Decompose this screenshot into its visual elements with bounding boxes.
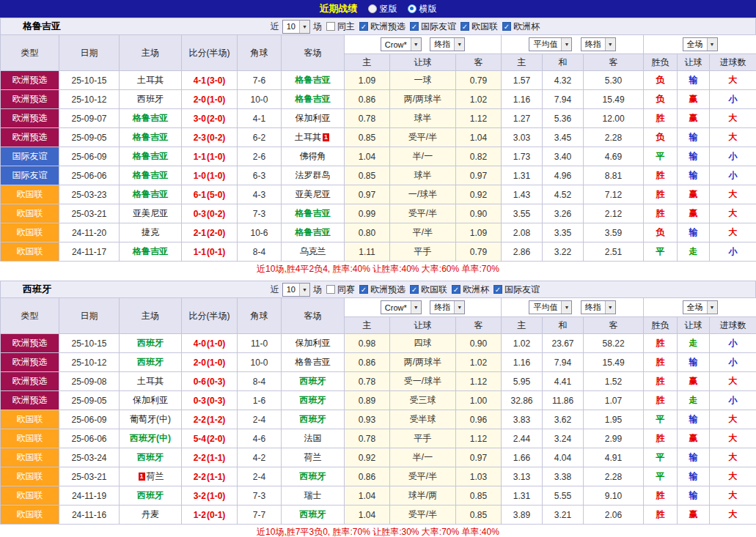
eu-home-odds: 3.55 [502, 204, 543, 223]
score-cell: 4-0(1-0) [182, 334, 238, 353]
col-header-eu-away: 客 [584, 54, 644, 71]
competition-filter[interactable]: ✓欧洲杯 [452, 284, 489, 296]
eu-draw-odds: 3.21 [543, 505, 584, 525]
ah-home-odds: 0.85 [345, 128, 390, 147]
match-type-cell: 欧国联 [1, 223, 59, 242]
date-cell: 25-09-05 [59, 128, 120, 147]
team-name-text: 格鲁吉亚 [296, 357, 331, 367]
home-team-cell: 土耳其 [120, 372, 182, 391]
team-name-text: 保加利亚 [296, 338, 331, 348]
goals-result-cell: 小 [710, 90, 756, 109]
ah-line: 一球 [390, 71, 456, 90]
ah-result-cell: 输 [678, 486, 710, 505]
result-cell: 胜 [644, 185, 678, 204]
team-name: 格鲁吉亚 [23, 20, 61, 33]
goals-result-cell: 小 [710, 334, 756, 353]
ah-home-odds: 0.92 [345, 448, 390, 467]
recent-count-select[interactable]: 10 ▼ [282, 283, 310, 297]
ah-away-odds: 1.09 [456, 223, 502, 242]
team-name-text: 丹麦 [142, 509, 159, 519]
score-cell: 0-3(0-2) [182, 204, 238, 223]
competition-filter[interactable]: ✓欧洲预选 [359, 284, 405, 296]
competition-filter[interactable]: ✓国际友谊 [493, 284, 540, 296]
eu-away-odds: 58.22 [584, 334, 644, 353]
score-halftime: (0-1) [207, 510, 225, 520]
recent-count-select[interactable]: 10 ▼ [282, 20, 310, 34]
odds-company-select[interactable]: Crow* ▼ [381, 37, 422, 51]
competition-filter[interactable]: ✓欧洲预选 [359, 21, 405, 33]
eu-draw-odds: 4.04 [543, 448, 584, 467]
result-cell: 胜 [644, 204, 678, 223]
odds-company-select[interactable]: Crow* ▼ [381, 300, 422, 314]
eu-home-odds: 1.31 [502, 166, 543, 185]
team-name-text: 西班牙 [137, 357, 164, 367]
same-competition-filter[interactable]: 同赛 [326, 284, 355, 296]
odds-stage-select[interactable]: 终指 ▼ [430, 37, 465, 51]
goals-result-cell: 大 [710, 372, 756, 391]
score-cell: 0-3(0-3) [182, 391, 238, 410]
competition-filter[interactable]: ✓欧国联 [410, 284, 447, 296]
away-team-cell: 法罗群岛 [282, 166, 345, 185]
ah-result-cell: 输 [678, 166, 710, 185]
layout-option-horizontal[interactable]: 横版 [408, 3, 437, 15]
score-cell: 2-0(1-0) [182, 353, 238, 372]
competition-filter[interactable]: ✓国际友谊 [410, 21, 456, 33]
odds-stage-select[interactable]: 终指 ▼ [430, 300, 465, 314]
score-halftime: (1-0) [207, 152, 225, 162]
ah-line: 受平/半 [390, 204, 456, 223]
eu-company-select[interactable]: 平均值 ▼ [529, 300, 572, 314]
summary-line: 近10场,胜4平2负4, 胜率:40% 让胜率:40% 大率:60% 单率:70… [0, 262, 756, 277]
date-cell: 25-09-07 [59, 109, 120, 128]
eu-stage-select[interactable]: 终指 ▼ [581, 300, 616, 314]
result-cell: 负 [644, 223, 678, 242]
date-cell: 25-03-21 [59, 204, 120, 223]
ah-result-cell: 赢 [678, 429, 710, 448]
ah-line: 受平/半 [390, 128, 456, 147]
eu-company-select[interactable]: 平均值 ▼ [529, 37, 572, 51]
match-row: 欧洲预选25-10-15西班牙4-0(1-0)11-0保加利亚0.98四球0.9… [1, 334, 756, 353]
corner-cell: 10-0 [238, 353, 282, 372]
away-team-cell: 佛得角 [282, 147, 345, 166]
ah-away-odds: 0.85 [456, 486, 502, 505]
scope-select[interactable]: 全场 ▼ [683, 300, 718, 314]
ah-line: 球半 [390, 109, 456, 128]
team-name-text: 西班牙 [300, 414, 326, 424]
corner-cell: 7-3 [238, 204, 282, 223]
eu-away-odds: 2.99 [584, 429, 644, 448]
checkbox-icon: ✓ [359, 22, 368, 31]
layout-option-vertical[interactable]: 竖版 [368, 3, 397, 15]
team-name-text: 西班牙 [137, 452, 164, 462]
score-fulltime: 2-1 [194, 228, 206, 238]
score-fulltime: 1-1 [194, 247, 206, 257]
date-cell: 25-06-09 [59, 147, 120, 166]
scope-select[interactable]: 全场 ▼ [683, 37, 718, 51]
competition-filters: ✓欧洲预选✓国际友谊✓欧国联✓欧洲杯 [355, 21, 540, 33]
eu-home-odds: 1.73 [502, 147, 543, 166]
match-type-cell: 欧国联 [1, 505, 59, 525]
near-label: 近 [271, 21, 279, 33]
eu-home-odds: 1.02 [502, 334, 543, 353]
home-team-cell: 西班牙(中) [120, 429, 182, 448]
ah-result-cell: 赢 [678, 90, 710, 109]
col-header-result: 胜负 [644, 317, 678, 334]
checkbox-label: 欧国联 [421, 284, 447, 296]
competition-filter[interactable]: ✓欧洲杯 [502, 21, 540, 33]
date-cell: 25-10-15 [59, 334, 120, 353]
eu-home-odds: 1.27 [502, 109, 543, 128]
competition-filter[interactable]: ✓欧国联 [460, 21, 498, 33]
home-team-cell: 亚美尼亚 [120, 204, 182, 223]
col-header-home: 主场 [120, 35, 182, 71]
team-name-text: 瑞士 [304, 490, 322, 500]
ah-away-odds: 0.90 [456, 334, 502, 353]
score-cell: 4-1(3-0) [182, 71, 238, 90]
ah-line: 受平/半 [390, 505, 456, 525]
chevron-down-icon: ▼ [454, 301, 464, 314]
ah-line: 两/两球半 [390, 90, 456, 109]
goals-result-cell: 小 [710, 147, 756, 166]
same-venue-filter[interactable]: 同主 [326, 21, 355, 33]
eu-home-odds: 2.86 [502, 242, 543, 262]
eu-home-odds: 3.89 [502, 505, 543, 525]
eu-stage-select[interactable]: 终指 ▼ [581, 37, 616, 51]
filter-group: 近 10 ▼ 场 同赛 ✓欧洲预选✓欧国联✓欧洲杯✓国际友谊 [271, 283, 540, 297]
checkbox-label: 同主 [337, 21, 355, 33]
